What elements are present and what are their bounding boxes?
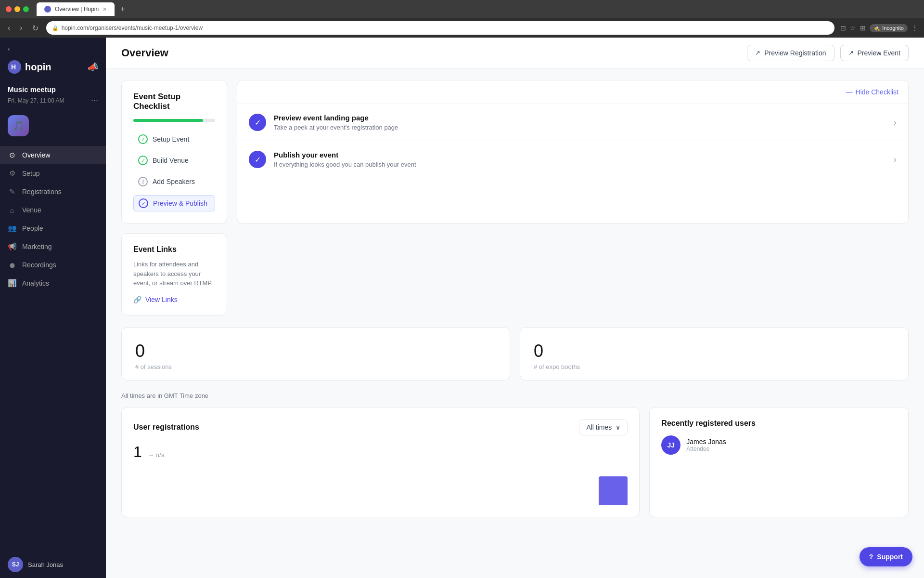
checklist-item-setup[interactable]: ✓ Setup Event [133,131,215,147]
task-check-publish: ✓ [249,151,266,168]
checklist-items: ✓ Setup Event ✓ Build Venue 3 Add Speake… [133,131,215,211]
sidebar-back-button[interactable]: ‹ [0,38,106,56]
tab-favicon [44,6,51,13]
sidebar-item-overview[interactable]: ⊙ Overview [0,146,106,164]
venue-icon: ⌂ [8,206,16,214]
refresh-button[interactable]: ↻ [30,22,40,35]
browser-tab[interactable]: Overview | Hopin ✕ [37,2,115,16]
time-filter-dropdown[interactable]: All times ∨ [579,419,628,435]
user-name-james: James Jonas [686,438,726,446]
checklist-item-speakers[interactable]: 3 Add Speakers [133,174,215,189]
grid-icon[interactable]: ⊞ [860,24,866,32]
app-container: ‹ H hopin 📣 Music meetup Fri, May 27, 11… [0,38,924,578]
user-info-james: James Jonas Attendee [686,438,726,452]
sidebar-item-recordings[interactable]: ⏺ Recordings [0,256,106,274]
chevron-right-icon-preview: › [894,118,897,128]
booths-count: 0 [534,341,895,361]
marketing-icon: 📢 [8,242,16,251]
checklist-task-preview[interactable]: ✓ Preview event landing page Take a peek… [237,104,908,141]
cast-icon: ⊡ [840,24,846,32]
page-content: Event Setup Checklist ✓ Setup Event ✓ Bu… [106,68,924,529]
sidebar-item-label-people: People [22,224,43,232]
top-bar: Overview ↗ Preview Registration ↗ Previe… [106,38,924,68]
window-controls[interactable] [6,6,29,12]
checklist-grid: Event Setup Checklist ✓ Setup Event ✓ Bu… [121,80,909,315]
preview-event-button[interactable]: ↗ Preview Event [840,45,909,61]
chart-baseline [133,505,628,505]
sidebar-item-label-overview: Overview [22,151,50,159]
external-link-icon-1: ↗ [755,49,760,56]
checklist-header: — Hide Checklist [237,80,908,104]
checklist-main-panel: — Hide Checklist ✓ Preview event landing… [237,80,909,223]
incognito-label: Incognito [882,25,904,31]
close-window-button[interactable] [6,6,12,12]
time-filter-label: All times [586,423,612,431]
browser-actions: ⊡ ☆ ⊞ 🕵 Incognito ⋮ [840,24,918,32]
new-tab-button[interactable]: + [116,3,128,15]
tab-close-button[interactable]: ✕ [103,6,107,13]
people-icon: 👥 [8,224,16,233]
hopin-logo-text: hopin [25,62,51,73]
maximize-window-button[interactable] [23,6,29,12]
event-links-description: Links for attendees and speakers to acce… [133,260,215,288]
sessions-label: # of sessions [135,363,496,370]
sidebar-item-venue[interactable]: ⌂ Venue [0,201,106,219]
page-title: Overview [121,47,168,59]
bookmark-icon[interactable]: ☆ [850,24,856,32]
main-content: Overview ↗ Preview Registration ↗ Previe… [106,38,924,578]
sidebar-item-label-setup: Setup [22,170,40,177]
sidebar-item-label-venue: Venue [22,206,41,214]
minimize-window-button[interactable] [14,6,20,12]
sidebar-item-people[interactable]: 👥 People [0,219,106,237]
view-links-label: View Links [145,296,178,303]
checklist-sidebar-card: Event Setup Checklist ✓ Setup Event ✓ Bu… [121,80,227,223]
browser-titlebar: Overview | Hopin ✕ + [0,0,924,18]
sidebar-item-registrations[interactable]: ✎ Registrations [0,183,106,201]
sidebar-logo: H hopin 📣 [0,56,106,78]
sidebar-item-setup[interactable]: ⚙ Setup [0,164,106,183]
number-icon-speakers: 3 [138,177,148,186]
hide-checklist-button[interactable]: — Hide Checklist [846,88,898,96]
task-content-publish: Publish your event If everything looks g… [274,151,894,168]
sidebar-item-analytics[interactable]: 📊 Analytics [0,274,106,292]
forward-button[interactable]: › [18,22,24,34]
support-button[interactable]: ? Support [860,547,912,566]
support-icon: ? [869,553,873,561]
url-text: hopin.com/organisers/events/music-meetup… [62,25,203,31]
check-icon-publish: ✓ [139,198,148,208]
analytics-icon: 📊 [8,279,16,288]
view-links-button[interactable]: 🔗 View Links [133,296,215,303]
preview-registration-button[interactable]: ↗ Preview Registration [747,45,834,61]
chart-area [133,467,628,505]
preview-registration-label: Preview Registration [764,49,826,57]
registrations-icon: ✎ [8,187,16,196]
task-title-preview: Preview event landing page [274,114,894,122]
event-date-text: Fri, May 27, 11:00 AM [8,97,64,104]
event-links-card: Event Links Links for attendees and spea… [121,233,227,315]
stats-row: 0 # of sessions 0 # of expo booths [121,327,909,381]
tab-bar: Overview | Hopin ✕ + [37,2,129,16]
recently-registered-card: Recently registered users JJ James Jonas… [649,407,909,517]
timezone-notice: All times are in GMT Time zone [121,392,909,399]
checklist-label-venue: Build Venue [153,157,189,164]
checklist-task-publish[interactable]: ✓ Publish your event If everything looks… [237,141,908,178]
incognito-icon: 🕵 [873,25,880,31]
sidebar-item-label-recordings: Recordings [22,261,56,269]
task-check-preview: ✓ [249,114,266,131]
lock-icon: 🔒 [52,25,59,31]
address-bar-row: ‹ › ↻ 🔒 hopin.com/organisers/events/musi… [0,18,924,38]
address-bar[interactable]: 🔒 hopin.com/organisers/events/music-meet… [46,21,835,35]
back-button[interactable]: ‹ [6,22,12,34]
checklist-item-venue[interactable]: ✓ Build Venue [133,153,215,168]
back-arrow-icon: ‹ [8,45,10,53]
event-options-button[interactable]: ··· [91,95,98,105]
checklist-item-publish[interactable]: ✓ Preview & Publish [133,195,215,211]
event-avatar-section: 🎵 [0,109,106,142]
progress-bar-fill [133,119,203,122]
notification-icon[interactable]: 📣 [88,62,98,72]
preview-event-label: Preview Event [858,49,900,57]
stat-card-sessions: 0 # of sessions [121,327,510,381]
sessions-count: 0 [135,341,496,361]
sidebar-item-marketing[interactable]: 📢 Marketing [0,237,106,256]
more-options-icon[interactable]: ⋮ [911,24,918,32]
